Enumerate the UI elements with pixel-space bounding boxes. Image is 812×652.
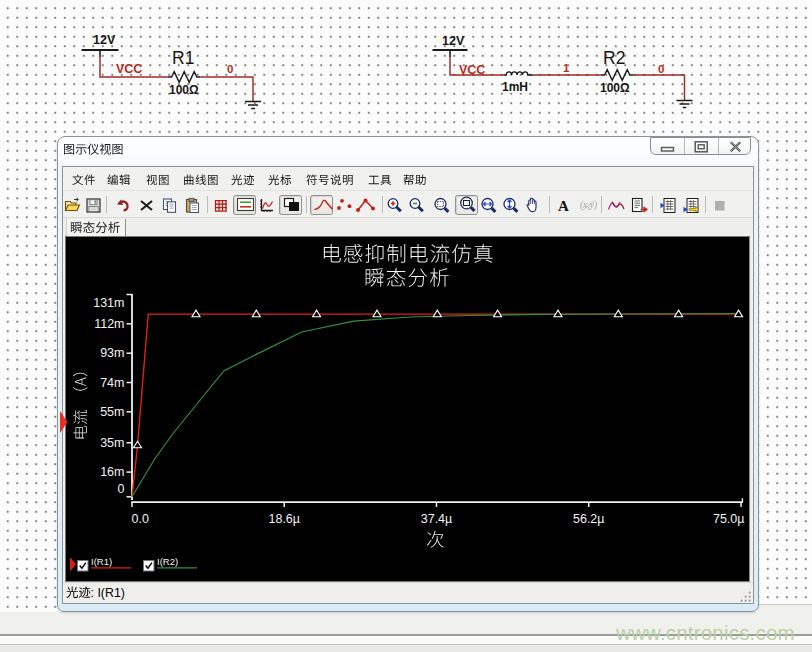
x-tick-label: 18.6µ	[268, 512, 300, 526]
menu-item-6[interactable]: 光标	[268, 173, 292, 186]
schematic-label: 0	[227, 63, 233, 75]
schematic-label: VCC	[459, 63, 485, 77]
menu-item-3[interactable]: 视图	[146, 173, 170, 186]
watermark: www.cntronics.com	[616, 621, 812, 647]
schematic-label: 100Ω	[169, 83, 199, 97]
toolbar-overlay-traces-icon[interactable]	[607, 197, 624, 214]
toolbar-zoom-area-icon[interactable]	[433, 197, 450, 214]
y-tick-label: 131m	[93, 296, 124, 310]
selected-trace-arrow	[59, 410, 69, 434]
schematic-label: 12V	[442, 34, 465, 48]
svg-text:A: A	[558, 197, 569, 213]
toolbar-zoom-in-icon[interactable]	[386, 197, 403, 214]
toolbar-pan-hand-icon[interactable]	[524, 197, 541, 214]
menu-item-4[interactable]: 曲线图	[183, 173, 219, 186]
schematic-drawing: 12VVCCR1100Ω012VVCC1mH1R2100Ω0	[0, 0, 812, 136]
x-tick-label: 37.4µ	[421, 512, 453, 526]
y-tick-label: 35m	[100, 436, 124, 450]
menu-item-2[interactable]: 编辑	[107, 173, 131, 186]
toolbar-undo-icon[interactable]	[114, 197, 131, 214]
toolbar-export-report-icon[interactable]	[630, 197, 647, 214]
chart-subtitle: 瞬态分析	[66, 267, 749, 294]
toolbar-black-white-icon[interactable]	[279, 195, 302, 215]
toolbar-separator	[106, 196, 107, 213]
toolbar-delete-icon[interactable]	[138, 197, 155, 214]
toolbar-separator	[207, 196, 208, 213]
toolbar-separator	[306, 196, 307, 213]
menu-item-7[interactable]: 符号说明	[306, 173, 354, 186]
menu-item-8[interactable]: 工具	[368, 173, 392, 186]
y-tick-label: 74m	[100, 376, 124, 390]
schematic-label: 0	[658, 63, 664, 75]
x-tick-label: 56.2µ	[573, 512, 605, 526]
toolbar-paste-icon[interactable]	[184, 197, 201, 214]
toolbar-zoom-horizontal-icon[interactable]	[480, 197, 497, 214]
toolbar-separator	[601, 196, 602, 213]
caption-buttons	[650, 137, 751, 156]
schematic-label: R1	[172, 48, 194, 68]
y-tick-label: 93m	[100, 346, 124, 360]
toolbar-line-marker-plot-icon[interactable]	[356, 197, 373, 214]
minimize-button[interactable]	[651, 138, 684, 155]
toolbar-separator	[705, 196, 706, 213]
y-tick-label: 16m	[100, 465, 124, 479]
menu-item-9[interactable]: 帮助	[403, 173, 427, 186]
status-bar	[63, 582, 753, 603]
toolbar-open-icon[interactable]	[64, 197, 81, 214]
toolbar-stop-icon[interactable]	[711, 197, 728, 214]
schematic-label: 100Ω	[600, 81, 630, 95]
toolbar-grid-icon[interactable]	[212, 197, 229, 214]
tab-strip	[63, 217, 753, 237]
close-button[interactable]	[718, 138, 752, 155]
window-title: 图示仪视图	[63, 143, 124, 161]
toolbar-separator	[549, 196, 550, 213]
schematic-label: 1	[563, 62, 570, 74]
schematic-label: 1mH	[502, 80, 528, 94]
resize-grip[interactable]	[740, 591, 753, 603]
menu-item-5[interactable]: 光迹	[231, 173, 255, 186]
schematic-label: 12V	[93, 33, 116, 47]
toolbar-zoom-out-icon[interactable]	[408, 197, 425, 214]
y-tick-label: 0	[118, 482, 125, 496]
toolbar-zoom-fit-icon[interactable]	[455, 195, 478, 215]
x-axis-label: 次	[404, 530, 466, 554]
status-text: 光迹: I(R1)光迹: I(R1)	[66, 585, 125, 600]
y-tick-label: 55m	[100, 405, 124, 419]
trace-marker	[134, 441, 142, 448]
x-tick-label: 75.0µ	[713, 512, 745, 526]
toolbar-legend-icon[interactable]	[233, 195, 256, 215]
trace-I(R1)[interactable]	[132, 314, 741, 497]
toolbar-graph-properties-icon[interactable]	[258, 197, 275, 214]
y-tick-label: 112m	[94, 317, 124, 331]
toolbar-export-labview-icon[interactable]	[682, 197, 699, 214]
schematic-label: VCC	[116, 62, 142, 76]
legend-selected-arrow	[70, 557, 76, 572]
toolbar-save-icon[interactable]	[85, 197, 102, 214]
menu-item-1[interactable]: 文件	[72, 173, 96, 186]
toolbar-line-plot-icon[interactable]	[310, 195, 333, 215]
toolbar-scatter-plot-icon[interactable]	[336, 197, 353, 214]
trace-I(R2)[interactable]	[132, 314, 741, 497]
schematic-label: R2	[603, 48, 625, 68]
toolbar-zoom-vertical-icon[interactable]	[502, 197, 519, 214]
x-tick-label: 0.0	[132, 512, 149, 526]
toolbar-cursor-xy-icon[interactable]: (x,y)	[578, 197, 595, 214]
canvas-scroll-strip	[758, 604, 812, 614]
toolbar-copy-icon[interactable]	[161, 197, 178, 214]
chart-title: 电感抑制电流仿真	[66, 243, 749, 270]
toolbar-separator	[382, 196, 383, 213]
toolbar-text-annotation-icon[interactable]: A	[555, 197, 572, 214]
legend-label: I(R2)	[157, 556, 178, 567]
legend-label: I(R1)	[91, 556, 112, 567]
tab-transient-analysis[interactable]: 瞬态分析	[66, 219, 126, 238]
maximize-button[interactable]	[684, 138, 718, 155]
toolbar-separator	[652, 196, 653, 213]
toolbar-export-excel-icon[interactable]	[659, 197, 676, 214]
